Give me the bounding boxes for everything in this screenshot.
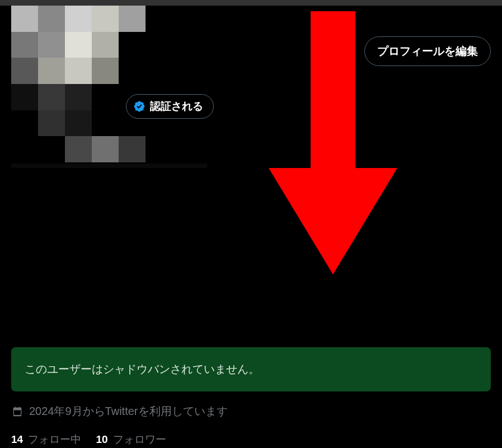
- following-count: 14: [11, 433, 23, 445]
- shadowban-status-banner: このユーザーはシャドウバンされていません。: [11, 347, 491, 391]
- following-link[interactable]: 14 フォロー中: [11, 432, 81, 447]
- followers-count: 10: [96, 433, 107, 445]
- join-date-row: 2024年9月からTwitterを利用しています: [11, 404, 491, 419]
- edit-profile-button[interactable]: プロフィールを編集: [364, 36, 491, 66]
- header-bar: [0, 0, 502, 6]
- avatar-area: [11, 6, 146, 162]
- followers-link[interactable]: 10 フォロワー: [96, 432, 166, 447]
- following-label: フォロー中: [28, 433, 81, 445]
- profile-section: プロフィールを編集 認証される このユーザーはシャドウバンされていません。 20…: [0, 6, 502, 448]
- calendar-icon: [11, 405, 24, 418]
- followers-label: フォロワー: [113, 433, 166, 445]
- verify-label: 認証される: [150, 99, 203, 114]
- svg-rect-0: [13, 409, 21, 415]
- pixelated-avatar: [11, 6, 146, 162]
- follow-stats: 14 フォロー中 10 フォロワー: [11, 432, 491, 447]
- get-verified-button[interactable]: 認証される: [126, 94, 214, 119]
- verified-badge-icon: [133, 100, 146, 113]
- join-date-text: 2024年9月からTwitterを利用しています: [29, 404, 228, 419]
- shadowban-message: このユーザーはシャドウバンされていません。: [25, 363, 260, 375]
- username-redacted-bar: [11, 164, 207, 168]
